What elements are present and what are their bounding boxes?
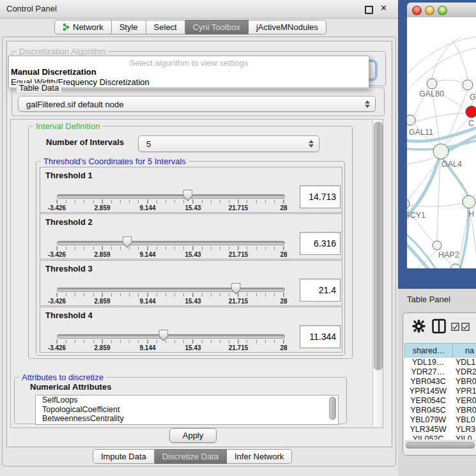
node-bottom-partial[interactable] [450, 264, 461, 268]
table-data-combo[interactable]: galFiltered.sif default node [18, 96, 376, 112]
table-data-combo-value: galFiltered.sif default node [26, 99, 123, 109]
node-red-selected[interactable] [466, 106, 476, 118]
column-header-name[interactable]: na [452, 343, 476, 358]
interval-definition-title: Interval Definition [33, 121, 102, 131]
apply-button[interactable]: Apply [169, 428, 217, 443]
checkbox-icon[interactable] [461, 323, 470, 331]
column-view-icon[interactable] [432, 319, 446, 334]
table-panel: shared… na YDL19…YDL1 YDR27…YDR2 YBR043C… [403, 312, 476, 456]
table-panel-title: Table Panel [407, 295, 450, 304]
close-icon[interactable]: ✕ [380, 3, 387, 13]
slider-track[interactable] [57, 241, 285, 245]
node-gcy1[interactable] [407, 199, 410, 209]
close-traffic-light[interactable] [412, 6, 422, 15]
slider-track[interactable] [57, 334, 285, 339]
control-panel: Control Panel ✕ Network Style Select Cyn… [0, 0, 398, 476]
slider-ticks [57, 247, 284, 250]
node-gal80[interactable] [427, 79, 437, 89]
table-row[interactable]: YIL052CYIL0 [404, 434, 476, 440]
node-gal11[interactable] [407, 115, 415, 125]
app-root: { "window": { "title": "Control Panel" }… [0, 0, 476, 476]
node-label-h-partial: H [468, 210, 474, 219]
node-label-gcy1: GCY1 [407, 211, 426, 220]
tab-impute-data[interactable]: Impute Data [93, 449, 155, 464]
tab-cyni-toolbox[interactable]: Cyni Toolbox [185, 20, 249, 35]
threshold-1-value-field[interactable]: 14.713 [300, 185, 341, 208]
list-item[interactable]: SelfLoops [36, 395, 338, 405]
node-label-gal80: GAL80 [419, 89, 444, 98]
zoom-traffic-light[interactable] [438, 6, 447, 15]
algorithm-group-title: Discretization Algorithm [17, 47, 109, 56]
tab-style[interactable]: Style [112, 20, 146, 35]
slider-ticks [57, 340, 284, 343]
slider-track[interactable] [57, 288, 285, 292]
table-row[interactable]: YBR045CYBR0 [404, 406, 476, 415]
table-hscrollbar-thumb[interactable] [406, 442, 475, 449]
threshold-panel-2: Threshold 2 -3.426 2.859 9.144 15.43 21.… [40, 213, 342, 259]
network-icon [63, 23, 70, 31]
slider-ticks [57, 293, 284, 296]
float-window-icon[interactable] [365, 6, 373, 14]
minimize-traffic-light[interactable] [425, 6, 434, 15]
control-panel-titlebar: Control Panel ✕ [0, 0, 398, 19]
slider-track[interactable] [57, 194, 285, 199]
attributes-group-title: Attributes to discretize [19, 372, 106, 382]
list-scrollbar-thumb[interactable] [329, 397, 336, 420]
algorithm-option-manual[interactable]: Manual Discretization [11, 67, 96, 77]
table-row[interactable]: YBL079WYBL0 [404, 415, 476, 425]
slider-ticks [57, 200, 284, 203]
node-label-hap2: HAP2 [438, 250, 459, 259]
threshold-panel-4: Threshold 4 -3.426 2.859 9.144 15.43 21.… [40, 307, 342, 353]
node-upper-right[interactable] [463, 80, 473, 90]
table-row[interactable]: YDL19…YDL1 [404, 358, 476, 367]
list-item[interactable]: BetweennessCentrality [36, 414, 338, 424]
algorithm-dropdown-popup: Select algorithm to view settings Manual… [8, 56, 369, 88]
tab-select[interactable]: Select [146, 20, 185, 35]
threshold-4-value-field[interactable]: 11.344 [300, 325, 341, 348]
tab-infer-network[interactable]: Infer Network [227, 449, 292, 464]
table-row[interactable]: YBR043CYBR0 [404, 377, 476, 387]
num-intervals-value: 5 [146, 139, 151, 149]
tab-jactivemnodules[interactable]: jActiveMNodules [249, 20, 326, 35]
panel-title: Control Panel [6, 4, 57, 13]
network-graph: GAL80 GA C GAL11 GAL4 GCY1 H HAP2 [407, 17, 476, 268]
table-row[interactable]: YPR145WYPR1 [404, 387, 476, 396]
threshold-2-slider: -3.426 2.859 9.144 15.43 21.715 28 [57, 236, 284, 259]
bottom-tab-bar: Impute Data Discretize Data Infer Networ… [93, 449, 292, 464]
column-header-shared[interactable]: shared… [404, 343, 453, 358]
attributes-list: SelfLoops TopologicalCoefficient Between… [35, 395, 339, 425]
gear-icon[interactable] [412, 319, 426, 333]
node-gal4[interactable] [433, 144, 449, 159]
node-h[interactable] [463, 196, 475, 208]
table-row[interactable]: YDR27…YDR2 [404, 367, 476, 377]
network-canvas[interactable]: GAL80 GA C GAL11 GAL4 GCY1 H HAP2 [407, 17, 476, 268]
top-tab-bar: Network Style Select Cyni Toolbox jActiv… [54, 20, 326, 35]
node-hap2[interactable] [433, 241, 441, 250]
combo-stepper-icon [365, 100, 370, 108]
table-row[interactable]: YER054CYER0 [404, 396, 476, 406]
node-label-c-partial: C [468, 119, 474, 128]
threshold-1-label: Threshold 1 [45, 171, 93, 180]
threshold-3-value-field[interactable]: 21.4 [300, 279, 341, 302]
node-label-gal11: GAL11 [409, 128, 433, 137]
tab-network[interactable]: Network [54, 20, 112, 35]
table-data-group-title: Table Data [17, 83, 61, 93]
network-window-titlebar[interactable] [407, 3, 476, 18]
threshold-3-label: Threshold 3 [45, 264, 93, 273]
tab-network-label: Network [73, 22, 104, 32]
algorithm-placeholder: Select algorithm to view settings [9, 58, 369, 68]
num-intervals-combo[interactable]: 5 [138, 135, 319, 152]
checkbox-icon[interactable] [451, 323, 459, 331]
list-item[interactable]: TopologicalCoefficient [36, 405, 338, 415]
combo-stepper-icon [309, 140, 314, 148]
threshold-2-value-field[interactable]: 6.316 [300, 232, 341, 255]
node-label-gal4: GAL4 [441, 160, 462, 169]
threshold-4-label: Threshold 4 [45, 311, 93, 320]
settings-scrollbar-thumb[interactable] [374, 122, 383, 370]
node-table: YDL19…YDL1 YDR27…YDR2 YBR043CYBR0 YPR145… [404, 358, 476, 440]
table-horizontal-scrollbar[interactable] [404, 441, 476, 449]
table-row[interactable]: YLR345WYLR3 [404, 425, 476, 434]
tab-discretize-data[interactable]: Discretize Data [155, 449, 227, 464]
thresholds-group-title: Threshold's Coordinates for 5 Intervals [41, 157, 188, 166]
node-label-ga-partial: GA [470, 93, 476, 102]
